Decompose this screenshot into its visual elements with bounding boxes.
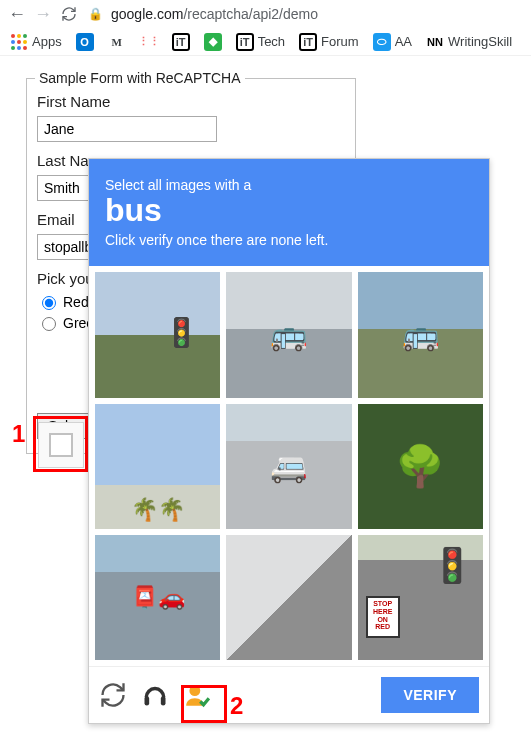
recaptcha-challenge: Select all images with a bus Click verif… <box>88 158 490 724</box>
annotation-1-label: 1 <box>12 420 25 448</box>
radio-red[interactable] <box>42 296 56 310</box>
forward-button[interactable] <box>34 5 52 23</box>
bookmark-feedly[interactable]: ◆ <box>204 33 222 51</box>
url-domain: google.com <box>111 6 183 22</box>
challenge-tile[interactable] <box>95 404 220 529</box>
svg-rect-1 <box>161 696 166 705</box>
annotation-2-label: 2 <box>230 692 243 720</box>
challenge-header: Select all images with a bus Click verif… <box>89 159 489 266</box>
outlook-icon: O <box>76 33 94 51</box>
asana-icon: ⋮⋮ <box>140 33 158 51</box>
challenge-tile[interactable] <box>226 272 351 397</box>
form-title: Sample Form with ReCAPTCHA <box>35 70 245 86</box>
pill-icon: ⬭ <box>373 33 391 51</box>
challenge-tile[interactable]: STOP HERE ON RED <box>358 535 483 660</box>
bookmark-outlook[interactable]: O <box>76 33 94 51</box>
url-path: /recaptcha/api2/demo <box>183 6 318 22</box>
bookmark-gmail[interactable]: M <box>108 33 126 51</box>
back-button[interactable] <box>8 5 26 23</box>
annotation-2-box <box>181 685 227 723</box>
bookmarks-bar: Apps O M ⋮⋮ iT ◆ iTTech iTForum ⬭AA NNWr… <box>0 28 531 56</box>
apps-button[interactable]: Apps <box>10 33 62 51</box>
svg-rect-0 <box>145 696 150 705</box>
lock-icon: 🔒 <box>88 7 103 21</box>
stop-sign: STOP HERE ON RED <box>366 596 400 638</box>
bookmark-forum[interactable]: iTForum <box>299 33 359 51</box>
challenge-tile[interactable] <box>95 535 220 660</box>
it-icon: iT <box>299 33 317 51</box>
audio-challenge-button[interactable] <box>141 681 169 709</box>
challenge-instruction-2: Click verify once there are none left. <box>105 232 473 248</box>
nn-icon: NN <box>426 33 444 51</box>
bookmark-writing[interactable]: NNWritingSkill <box>426 33 512 51</box>
challenge-grid: STOP HERE ON RED <box>89 266 489 666</box>
challenge-tile[interactable] <box>226 404 351 529</box>
reload-challenge-button[interactable] <box>99 681 127 709</box>
challenge-tile[interactable] <box>95 272 220 397</box>
bookmark-it1[interactable]: iT <box>172 33 190 51</box>
bookmark-asana[interactable]: ⋮⋮ <box>140 33 158 51</box>
apps-grid-icon <box>10 33 28 51</box>
reload-button[interactable] <box>60 5 78 23</box>
it-icon: iT <box>236 33 254 51</box>
challenge-footer: VERIFY <box>89 666 489 723</box>
radio-green[interactable] <box>42 317 56 331</box>
it-icon: iT <box>172 33 190 51</box>
radio-red-label: Red <box>63 294 89 310</box>
first-name-input[interactable] <box>37 116 217 142</box>
bookmark-aa[interactable]: ⬭AA <box>373 33 412 51</box>
challenge-tile[interactable] <box>358 404 483 529</box>
feedly-icon: ◆ <box>204 33 222 51</box>
gmail-icon: M <box>108 33 126 51</box>
challenge-tile[interactable] <box>358 272 483 397</box>
bookmark-tech[interactable]: iTTech <box>236 33 285 51</box>
challenge-target: bus <box>105 193 473 228</box>
address-bar[interactable]: 🔒 google.com/recaptcha/api2/demo <box>88 6 318 22</box>
apps-label: Apps <box>32 34 62 49</box>
first-name-label: First Name <box>37 93 345 110</box>
annotation-1-box <box>33 416 88 472</box>
browser-toolbar: 🔒 google.com/recaptcha/api2/demo <box>0 0 531 28</box>
challenge-tile[interactable] <box>226 535 351 660</box>
verify-button[interactable]: VERIFY <box>381 677 479 713</box>
challenge-instruction-1: Select all images with a <box>105 177 473 193</box>
